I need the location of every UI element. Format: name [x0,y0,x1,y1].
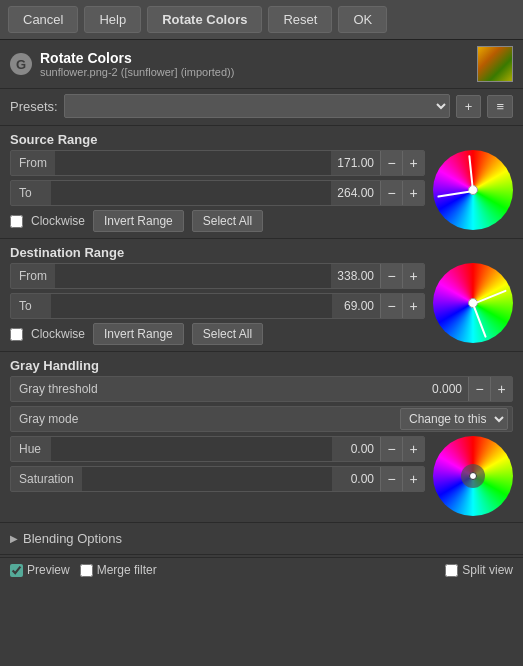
destination-to-plus-button[interactable]: + [402,294,424,318]
ok-button[interactable]: OK [338,6,387,33]
source-from-slider[interactable] [55,151,331,175]
destination-to-value: 69.00 [332,299,380,313]
destination-color-wheel-container [433,263,513,343]
destination-to-minus-button[interactable]: − [380,294,402,318]
source-select-all-button[interactable]: Select All [192,210,263,232]
source-from-plus-button[interactable]: + [402,151,424,175]
bottom-bar: Preview Merge filter Split view [0,557,523,582]
destination-from-plus-button[interactable]: + [402,264,424,288]
gray-threshold-value: 0.000 [414,382,468,396]
gray-mode-label: Gray mode [11,412,400,426]
source-range-block: From 171.00 − + To 264.00 − + Clockwise … [0,150,523,236]
saturation-plus-button[interactable]: + [402,467,424,491]
saturation-row: Saturation 0.00 − + [10,466,425,492]
gray-threshold-row: Gray threshold 0.000 − + [10,376,513,402]
app-icon: G [10,53,32,75]
source-wheel-needle-from [437,190,473,198]
top-toolbar: Cancel Help Rotate Colors Reset OK [0,0,523,40]
saturation-value: 0.00 [332,472,380,486]
destination-select-all-button[interactable]: Select All [192,323,263,345]
huesat-block: Hue 0.00 − + Saturation 0.00 − + [0,436,523,520]
destination-clockwise-checkbox[interactable] [10,328,23,341]
gray-threshold-minus-button[interactable]: − [468,377,490,401]
destination-color-wheel[interactable] [433,263,513,343]
hue-plus-button[interactable]: + [402,437,424,461]
destination-from-row: From 338.00 − + [10,263,425,289]
source-invert-button[interactable]: Invert Range [93,210,184,232]
gray-mode-row: Gray mode Change to this [10,406,513,432]
source-to-row: To 264.00 − + [10,180,425,206]
source-to-value: 264.00 [331,186,380,200]
preview-checkbox[interactable] [10,564,23,577]
reset-button[interactable]: Reset [268,6,332,33]
hue-minus-button[interactable]: − [380,437,402,461]
presets-add-button[interactable]: + [456,95,482,118]
image-thumbnail [477,46,513,82]
source-range-controls: From 171.00 − + To 264.00 − + Clockwise … [10,150,425,232]
saturation-label: Saturation [11,472,82,486]
saturation-minus-button[interactable]: − [380,467,402,491]
gray-color-wheel-container [433,436,513,516]
destination-from-minus-button[interactable]: − [380,264,402,288]
saturation-slider[interactable] [82,467,332,491]
dialog-title: Rotate Colors [40,50,234,66]
blending-arrow-icon: ▶ [10,533,18,544]
blending-options-row[interactable]: ▶ Blending Options [0,525,523,552]
gray-threshold-plus-button[interactable]: + [490,377,512,401]
merge-filter-label[interactable]: Merge filter [80,563,157,577]
hue-row: Hue 0.00 − + [10,436,425,462]
gray-wheel-dot [469,472,477,480]
destination-options-row: Clockwise Invert Range Select All [10,323,425,345]
dialog-subtitle: sunflower.png-2 ([sunflower] (imported)) [40,66,234,78]
destination-to-label: To [11,299,51,313]
presets-label: Presets: [10,99,58,114]
split-view-option[interactable]: Split view [445,563,513,577]
presets-select[interactable] [64,94,450,118]
source-options-row: Clockwise Invert Range Select All [10,210,425,232]
gray-color-wheel[interactable] [433,436,513,516]
rotate-colors-button[interactable]: Rotate Colors [147,6,262,33]
header: G Rotate Colors sunflower.png-2 ([sunflo… [0,40,523,89]
split-view-checkbox[interactable] [445,564,458,577]
destination-wheel-needle-from [473,290,507,305]
presets-menu-button[interactable]: ≡ [487,95,513,118]
destination-range-label: Destination Range [0,241,523,263]
source-from-value: 171.00 [331,156,380,170]
hue-value: 0.00 [332,442,380,456]
source-range-label: Source Range [0,128,523,150]
source-to-label: To [11,186,51,200]
source-to-slider[interactable] [51,181,331,205]
source-clockwise-label[interactable]: Clockwise [31,214,85,228]
destination-clockwise-label[interactable]: Clockwise [31,327,85,341]
presets-row: Presets: + ≡ [0,89,523,123]
destination-invert-button[interactable]: Invert Range [93,323,184,345]
source-to-plus-button[interactable]: + [402,181,424,205]
gray-mode-select[interactable]: Change to this [400,408,508,430]
cancel-button[interactable]: Cancel [8,6,78,33]
source-color-wheel[interactable] [433,150,513,230]
source-from-minus-button[interactable]: − [380,151,402,175]
destination-from-value: 338.00 [331,269,380,283]
source-from-label: From [11,156,55,170]
blending-options-label: Blending Options [23,531,122,546]
huesat-controls: Hue 0.00 − + Saturation 0.00 − + [10,436,425,496]
help-button[interactable]: Help [84,6,141,33]
gray-handling-section: Gray threshold 0.000 − + Gray mode Chang… [0,376,523,432]
gray-threshold-label: Gray threshold [11,382,414,396]
merge-filter-checkbox[interactable] [80,564,93,577]
destination-wheel-needle-to [472,304,487,338]
preview-label[interactable]: Preview [10,563,70,577]
source-from-row: From 171.00 − + [10,150,425,176]
gray-handling-label: Gray Handling [0,354,523,376]
hue-slider[interactable] [51,437,332,461]
source-to-minus-button[interactable]: − [380,181,402,205]
destination-range-block: From 338.00 − + To 69.00 − + Clockwise I… [0,263,523,349]
hue-label: Hue [11,442,51,456]
destination-from-slider[interactable] [55,264,331,288]
destination-to-slider[interactable] [51,294,332,318]
source-clockwise-checkbox[interactable] [10,215,23,228]
destination-range-controls: From 338.00 − + To 69.00 − + Clockwise I… [10,263,425,345]
destination-from-label: From [11,269,55,283]
source-color-wheel-container [433,150,513,230]
destination-to-row: To 69.00 − + [10,293,425,319]
